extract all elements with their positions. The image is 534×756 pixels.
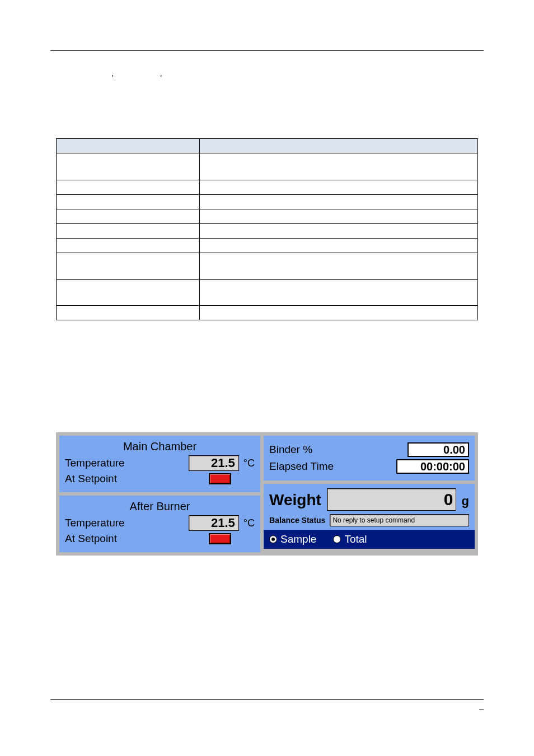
binder-time-pane: Binder % 0.00 Elapsed Time 00:00:00 [264, 436, 475, 480]
main-chamber-pane: Main Chamber Temperature 21.5 °C At Setp… [59, 436, 260, 492]
after-setpoint-label: At Setpoint [65, 533, 117, 545]
main-temp-value: 21.5 [189, 455, 239, 471]
table-row [57, 195, 478, 209]
binder-value: 0.00 [407, 442, 469, 457]
radio-sample-label: Sample [280, 533, 316, 545]
radio-total[interactable]: Total [333, 533, 367, 545]
weight-mode-radios: Sample Total [264, 530, 475, 549]
main-chamber-title: Main Chamber [65, 440, 255, 453]
binder-label: Binder % [269, 444, 312, 456]
after-temp-unit: °C [243, 517, 255, 529]
bottom-rule [50, 699, 484, 700]
after-burner-title: After Burner [65, 500, 255, 513]
table-header-row [57, 139, 478, 153]
after-temp-value: 21.5 [189, 515, 239, 531]
parameter-table [56, 138, 478, 320]
table-row [57, 224, 478, 239]
table-row [57, 239, 478, 253]
quote-marks: ' ' [112, 73, 489, 82]
radio-icon [333, 535, 341, 543]
after-setpoint-indicator [209, 533, 231, 544]
radio-sample[interactable]: Sample [269, 533, 316, 545]
main-setpoint-label: At Setpoint [65, 473, 117, 485]
table-row [57, 253, 478, 280]
weight-pane: Weight 0 g Balance Status No reply to se… [264, 484, 475, 549]
table-row [57, 209, 478, 224]
balance-status-value: No reply to setup command [330, 514, 469, 526]
table-row [57, 180, 478, 195]
weight-label: Weight [269, 491, 321, 509]
elapsed-value: 00:00:00 [396, 459, 469, 474]
weight-value: 0 [327, 488, 456, 511]
elapsed-label: Elapsed Time [269, 460, 334, 473]
main-temp-label: Temperature [65, 457, 125, 469]
weight-unit: g [462, 494, 469, 508]
table-row [57, 280, 478, 306]
main-setpoint-indicator [209, 473, 231, 484]
after-temp-label: Temperature [65, 517, 125, 529]
top-rule [50, 50, 484, 51]
status-panel: Main Chamber Temperature 21.5 °C At Setp… [56, 432, 478, 556]
footer-dash: – [479, 704, 484, 713]
after-burner-pane: After Burner Temperature 21.5 °C At Setp… [59, 496, 260, 552]
balance-status-label: Balance Status [269, 516, 325, 525]
main-temp-unit: °C [243, 458, 255, 469]
radio-icon [269, 535, 277, 543]
table-row [57, 306, 478, 320]
table-row [57, 153, 478, 180]
radio-total-label: Total [344, 533, 367, 545]
